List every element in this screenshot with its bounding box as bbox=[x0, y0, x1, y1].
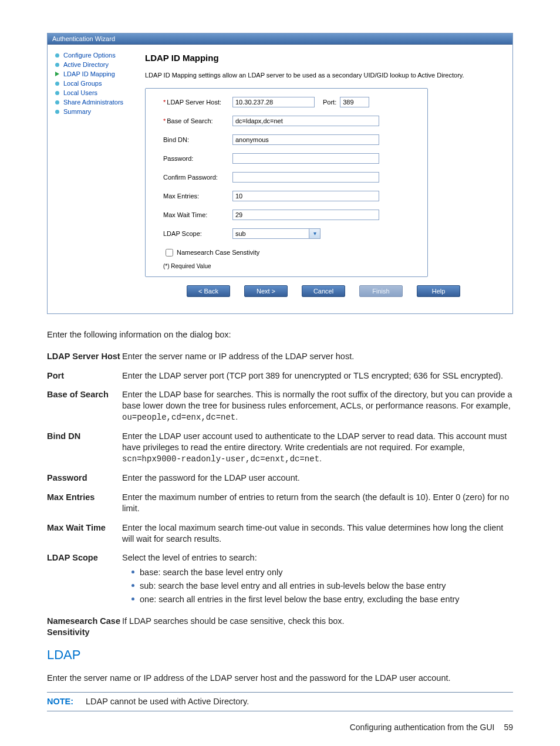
cancel-button[interactable]: Cancel bbox=[302, 285, 345, 297]
row-password: Password: bbox=[163, 153, 416, 164]
ldap-scope-options: base: search the base level entry only s… bbox=[122, 567, 460, 605]
def-term: LDAP Scope bbox=[47, 552, 122, 607]
wizard-heading: LDAP ID Mapping bbox=[145, 53, 502, 63]
list-item: base: search the base level entry only bbox=[131, 567, 460, 578]
row-base-of-search: *Base of Search: bbox=[163, 116, 416, 126]
wizard-description: LDAP ID Mapping settings allow an LDAP s… bbox=[145, 71, 502, 80]
sidebar-item-local-groups[interactable]: Local Groups bbox=[53, 79, 141, 88]
def-term: Namesearch Case Sensitivity bbox=[47, 616, 122, 638]
wizard-steps: Configure Options Active Directory LDAP … bbox=[48, 45, 145, 313]
def-max-entries: Max Entries Enter the maximum number of … bbox=[47, 492, 513, 514]
wizard-footer: < Back Next > Cancel Finish Help bbox=[145, 277, 502, 306]
sidebar-item-label: Configure Options bbox=[63, 52, 116, 59]
def-term: Port bbox=[47, 370, 122, 382]
next-button[interactable]: Next > bbox=[244, 285, 288, 297]
def-desc: Enter the LDAP base for searches. This i… bbox=[122, 389, 513, 423]
note-block: NOTE: LDAP cannot be used with Active Di… bbox=[47, 692, 513, 711]
def-max-wait-time: Max Wait Time Enter the local maximum se… bbox=[47, 522, 513, 545]
ldap-paragraph: Enter the server name or IP address of t… bbox=[47, 673, 513, 684]
step-dot-icon bbox=[53, 99, 60, 106]
row-bind-dn: Bind DN: bbox=[163, 134, 416, 145]
step-dot-icon bbox=[53, 89, 60, 96]
def-ldap-scope: LDAP Scope Select the level of entries t… bbox=[47, 552, 513, 607]
sidebar-item-active-directory[interactable]: Active Directory bbox=[53, 60, 141, 69]
def-password: Password Enter the password for the LDAP… bbox=[47, 472, 513, 484]
row-max-entries: Max Entries: bbox=[163, 191, 416, 201]
chevron-down-icon: ▾ bbox=[309, 229, 320, 238]
bind-dn-label: Bind DN: bbox=[163, 136, 232, 143]
def-namesearch: Namesearch Case Sensitivity If LDAP sear… bbox=[47, 616, 513, 638]
list-item: one: search all entries in the first lev… bbox=[131, 594, 460, 605]
ldap-scope-select[interactable]: sub ▾ bbox=[232, 228, 321, 239]
footer-text: Configuring authentication from the GUI bbox=[350, 722, 495, 733]
def-desc: Enter the maximum number of entries to r… bbox=[122, 492, 513, 514]
password-input[interactable] bbox=[232, 153, 379, 164]
step-current-arrow-icon bbox=[53, 70, 60, 77]
max-entries-input[interactable] bbox=[232, 191, 379, 201]
sidebar-item-label: Share Administrators bbox=[63, 99, 123, 106]
base-of-search-input[interactable] bbox=[232, 116, 379, 126]
confirm-password-label: Confirm Password: bbox=[163, 174, 232, 181]
documentation-body: Enter the following information on the d… bbox=[47, 329, 513, 733]
def-term: Password bbox=[47, 472, 122, 484]
max-wait-time-input[interactable] bbox=[232, 210, 379, 220]
sidebar-item-label: LDAP ID Mapping bbox=[63, 70, 115, 77]
code-example: scn=hpx9000-readonly-user,dc=enxt,dc=net bbox=[122, 454, 319, 464]
def-port: Port Enter the LDAP server port (TCP por… bbox=[47, 370, 513, 382]
row-max-wait-time: Max Wait Time: bbox=[163, 210, 416, 220]
step-dot-icon bbox=[53, 108, 60, 115]
sidebar-item-label: Local Groups bbox=[63, 80, 102, 87]
base-of-search-label: *Base of Search: bbox=[163, 117, 232, 124]
help-button[interactable]: Help bbox=[417, 285, 460, 297]
note-tag: NOTE: bbox=[47, 696, 86, 707]
def-desc: Enter the server name or IP address of t… bbox=[122, 351, 354, 362]
sidebar-item-local-users[interactable]: Local Users bbox=[53, 88, 141, 97]
def-desc: Enter the LDAP user account used to auth… bbox=[122, 431, 513, 464]
def-ldap-server-host: LDAP Server Host Enter the server name o… bbox=[47, 351, 513, 362]
step-dot-icon bbox=[53, 80, 60, 87]
ldap-form-panel: *LDAP Server Host: Port: *Base of Search… bbox=[145, 88, 428, 277]
wizard-titlebar: Authentication Wizard bbox=[48, 33, 512, 45]
wizard-main: LDAP ID Mapping LDAP ID Mapping settings… bbox=[145, 45, 512, 313]
required-hint: (*) Required Value bbox=[163, 263, 416, 269]
sidebar-item-label: Summary bbox=[63, 108, 91, 115]
port-label: Port: bbox=[323, 99, 336, 106]
code-example: ou=people,cd=enx,dc=net bbox=[122, 413, 235, 422]
def-term: Max Entries bbox=[47, 492, 122, 514]
ldap-scope-value: sub bbox=[233, 230, 309, 237]
page-footer: Configuring authentication from the GUI … bbox=[47, 722, 513, 733]
sidebar-item-label: Local Users bbox=[63, 89, 97, 96]
sidebar-item-configure-options[interactable]: Configure Options bbox=[53, 50, 141, 60]
def-desc: Select the level of entries to search: b… bbox=[122, 552, 460, 607]
page-number: 59 bbox=[504, 722, 513, 733]
sidebar-item-ldap-id-mapping[interactable]: LDAP ID Mapping bbox=[53, 69, 141, 79]
def-base-of-search: Base of Search Enter the LDAP base for s… bbox=[47, 389, 513, 423]
def-desc: If LDAP searches should be case sensitiv… bbox=[122, 616, 345, 638]
max-entries-label: Max Entries: bbox=[163, 193, 232, 200]
def-bind-dn: Bind DN Enter the LDAP user account used… bbox=[47, 431, 513, 464]
max-wait-time-label: Max Wait Time: bbox=[163, 211, 232, 218]
sidebar-item-summary[interactable]: Summary bbox=[53, 107, 141, 116]
step-dot-icon bbox=[53, 52, 60, 59]
def-term: LDAP Server Host bbox=[47, 351, 122, 362]
back-button[interactable]: < Back bbox=[187, 285, 230, 297]
def-desc: Enter the local maximum search time-out … bbox=[122, 522, 513, 545]
wizard-title: Authentication Wizard bbox=[52, 35, 115, 42]
row-confirm-password: Confirm Password: bbox=[163, 172, 416, 183]
sidebar-item-share-administrators[interactable]: Share Administrators bbox=[53, 97, 141, 107]
section-heading-ldap: LDAP bbox=[47, 647, 513, 664]
authentication-wizard-panel: Authentication Wizard Configure Options … bbox=[47, 33, 513, 314]
instruction-text: Enter the following information on the d… bbox=[47, 329, 513, 340]
namesearch-checkbox[interactable] bbox=[166, 249, 173, 256]
port-input[interactable] bbox=[340, 97, 369, 107]
password-label: Password: bbox=[163, 155, 232, 162]
field-definitions: LDAP Server Host Enter the server name o… bbox=[47, 351, 513, 638]
finish-button: Finish bbox=[359, 285, 403, 297]
confirm-password-input[interactable] bbox=[232, 172, 379, 183]
def-desc: Enter the password for the LDAP user acc… bbox=[122, 472, 300, 484]
row-namesearch: Namesearch Case Senstivity bbox=[163, 247, 416, 258]
list-item: sub: search the base level entry and all… bbox=[131, 580, 460, 592]
note-text: LDAP cannot be used with Active Director… bbox=[86, 696, 249, 707]
ldap-server-host-input[interactable] bbox=[232, 97, 315, 107]
bind-dn-input[interactable] bbox=[232, 134, 379, 145]
